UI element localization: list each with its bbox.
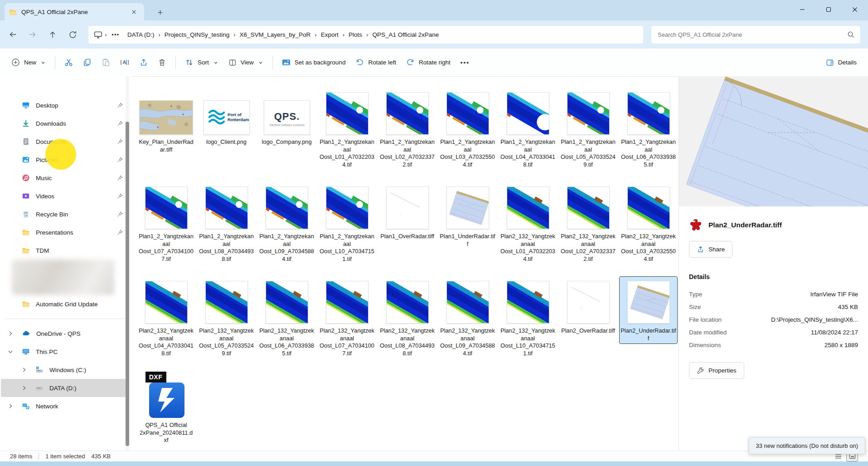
file-tile[interactable]: Plan1_2_Yangtzekanaal Oost_L04_A70330418… — [499, 88, 557, 170]
file-name: Plan1_UnderRadar.tiff — [440, 233, 495, 248]
close-button[interactable] — [842, 0, 868, 19]
notification-toast[interactable]: 33 new notifications (Do not disturb on) — [749, 437, 865, 454]
forward-button[interactable] — [23, 25, 43, 44]
sidebar-scrollbar[interactable] — [126, 76, 129, 451]
chevron-right-icon[interactable] — [7, 330, 15, 337]
breadcrumb-item[interactable]: Export — [317, 29, 342, 40]
file-tile[interactable]: Plan2_132_Yangtzekanaal Oost_L02_A703233… — [559, 182, 617, 264]
file-thumbnail: Port ofRotterdam — [204, 89, 250, 135]
file-tile[interactable]: Plan1_2_Yangtzekanaal Oost_L08_A70344938… — [198, 182, 255, 264]
breadcrumb-item[interactable]: Plots — [345, 29, 366, 40]
address-input[interactable]: › ••• DATA (D:)›Projects_QINSy_testing›X… — [88, 25, 644, 44]
chevron-right-icon[interactable] — [21, 385, 28, 391]
sidebar-item-videos[interactable]: Videos — [1, 187, 126, 205]
tab-close-icon[interactable] — [128, 6, 140, 18]
file-tile[interactable]: Plan1_2_Yangtzekanaal Oost_L05_A70335249… — [559, 88, 617, 170]
file-tile[interactable]: DXFQPS_A1 Official 2xPane_20240811.dxf — [137, 371, 195, 446]
file-tile[interactable]: Plan1_2_Yangtzekanaal Oost_L10_A70347151… — [318, 182, 376, 264]
cut-button[interactable] — [59, 54, 78, 71]
more-options-button[interactable]: ••• — [456, 55, 475, 70]
refresh-button[interactable] — [63, 25, 82, 44]
file-name: Plan1_OverRadar.tiff — [380, 233, 434, 240]
file-tile[interactable]: Plan2_132_Yangtzekanaal Oost_L04_A703304… — [137, 277, 195, 358]
file-thumbnail — [446, 278, 489, 324]
details-pane-button[interactable]: Details — [821, 54, 862, 71]
file-tile[interactable]: Plan1_2_Yangtzekanaal Oost_L06_A70339385… — [620, 88, 677, 170]
properties-button[interactable]: Properties — [689, 362, 744, 379]
sidebar-item-label: Pictures — [36, 157, 111, 163]
breadcrumb-item[interactable]: QPS_A1 Official 2xPane — [369, 29, 442, 40]
sidebar-item-network[interactable]: Network — [1, 397, 126, 415]
breadcrumb-item[interactable]: DATA (D:) — [124, 29, 158, 40]
file-tile[interactable]: Port ofRotterdamlogo_Client.png — [198, 88, 255, 147]
search-icon[interactable] — [847, 31, 855, 39]
sidebar-item-tdm[interactable]: TDM — [1, 241, 126, 260]
sidebar-item-automatic-grid-update[interactable]: Automatic Grid Update — [1, 295, 126, 313]
file-tile[interactable]: Key_Plan_UnderRadar.tiff — [137, 88, 195, 155]
downloads-icon — [22, 119, 30, 128]
rotate-left-button[interactable]: Rotate left — [350, 54, 401, 71]
up-button[interactable] — [43, 25, 63, 44]
breadcrumb-item[interactable]: X6_SVM_Layers_by_PoR — [236, 29, 315, 40]
details-row-label: Dimensions — [689, 342, 721, 348]
search-box[interactable] — [651, 25, 861, 44]
search-input[interactable] — [657, 31, 847, 39]
rotate-right-button[interactable]: Rotate right — [401, 54, 456, 71]
file-tile[interactable]: Plan2_132_Yangtzekanaal Oost_L10_A703471… — [499, 277, 557, 358]
file-tile[interactable]: QPS.maritime software solutionslogo_Comp… — [258, 88, 315, 147]
file-tile[interactable]: Plan1_2_Yangtzekanaal Oost_L01_A70322034… — [318, 88, 376, 170]
file-tile[interactable]: Plan2_OverRadar.tiff — [559, 277, 617, 336]
sidebar-item-pictures[interactable]: Pictures — [1, 151, 126, 169]
paste-button[interactable] — [97, 54, 115, 71]
delete-button[interactable] — [153, 54, 171, 71]
explorer-tab[interactable]: QPS_A1 Official 2xPane — [5, 3, 144, 20]
sort-button[interactable]: Sort — [180, 54, 223, 71]
rename-button[interactable]: A — [115, 54, 134, 71]
share-file-button[interactable]: Share — [689, 241, 732, 258]
back-button[interactable] — [3, 25, 23, 44]
sidebar-item-recycle-bin[interactable]: Recycle Bin — [1, 205, 126, 223]
sidebar-item-onedrive-qps[interactable]: OneDrive - QPS — [1, 324, 126, 343]
new-tab-button[interactable] — [154, 6, 166, 18]
file-tile[interactable]: Plan2_132_Yangtzekanaal Oost_L08_A703449… — [378, 277, 436, 358]
sidebar-item-windows-c[interactable]: Windows (C:) — [1, 361, 126, 379]
sidebar-item-presentations[interactable]: Presentations — [1, 223, 126, 241]
file-tile[interactable]: Plan2_UnderRadar.tiff — [620, 277, 677, 343]
chevron-down-icon[interactable] — [7, 348, 15, 355]
copy-button[interactable] — [78, 54, 97, 71]
file-tile[interactable]: Plan2_132_Yangtzekanaal Oost_L07_A703410… — [318, 277, 376, 358]
new-plus-icon — [11, 58, 20, 67]
scrollbar-thumb[interactable] — [126, 122, 129, 446]
selection-size: 435 KB — [92, 453, 111, 460]
file-tile[interactable]: Plan2_132_Yangtzekanaal Oost_L01_A703220… — [499, 182, 557, 264]
sidebar-item-desktop[interactable]: Desktop — [1, 96, 126, 114]
chevron-right-icon[interactable] — [7, 403, 15, 409]
file-tile[interactable]: Plan1_2_Yangtzekanaal Oost_L07_A70341007… — [137, 182, 195, 264]
file-tile[interactable]: Plan1_2_Yangtzekanaal Oost_L09_A70345884… — [258, 182, 315, 264]
file-tile[interactable]: Plan1_2_Yangtzekanaal Oost_L03_A70325504… — [439, 88, 496, 170]
set-as-background-button[interactable]: Set as background — [277, 55, 351, 70]
breadcrumb-overflow-icon[interactable]: ••• — [109, 31, 122, 38]
chevron-right-icon[interactable] — [21, 367, 28, 373]
new-button[interactable]: New — [6, 54, 51, 71]
file-tile[interactable]: Plan2_132_Yangtzekanaal Oost_L03_A703255… — [620, 182, 677, 264]
view-button[interactable]: View — [223, 54, 268, 71]
share-button[interactable] — [134, 54, 153, 71]
sidebar-item-downloads[interactable]: Downloads — [1, 114, 126, 132]
file-tile[interactable]: Plan1_OverRadar.tiff — [378, 182, 436, 242]
file-tile[interactable]: Plan2_132_Yangtzekanaal Oost_L05_A703352… — [198, 277, 255, 358]
file-tile[interactable]: Plan1_2_Yangtzekanaal Oost_L02_A70323372… — [378, 88, 436, 170]
minimize-button[interactable] — [789, 0, 815, 19]
sidebar-item-this-pc[interactable]: This PC — [1, 343, 126, 361]
file-name: Plan1_2_Yangtzekanaal Oost_L02_A70323372… — [379, 138, 435, 168]
maximize-button[interactable] — [815, 0, 842, 19]
sidebar-item-music[interactable]: Music — [1, 169, 126, 187]
breadcrumb-item[interactable]: Projects_QINSy_testing — [161, 29, 233, 40]
file-thumbnail — [326, 184, 369, 229]
sidebar-item-data-d[interactable]: DATA (D:) — [1, 379, 126, 397]
file-tile[interactable]: Plan2_132_Yangtzekanaal Oost_L06_A703393… — [258, 277, 315, 358]
sidebar-item-documents[interactable]: Documents — [1, 132, 126, 151]
file-tile[interactable]: Plan2_132_Yangtzekanaal Oost_L09_A703458… — [439, 277, 496, 358]
file-name: Plan1_2_Yangtzekanaal Oost_L07_A70341007… — [138, 233, 194, 263]
file-tile[interactable]: Plan1_UnderRadar.tiff — [439, 182, 496, 249]
